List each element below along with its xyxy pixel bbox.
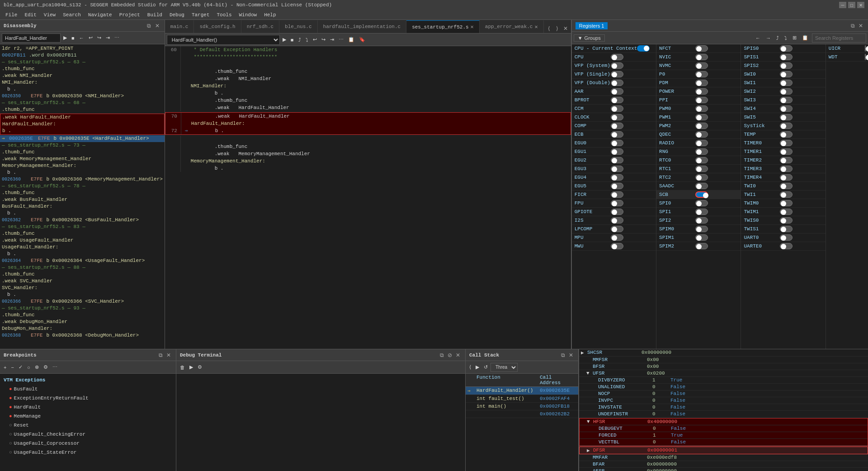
reg-item-uicr[interactable]: UICR: [826, 44, 868, 53]
reg-item-qdec[interactable]: QDEC: [656, 130, 741, 139]
reg-item-rng[interactable]: RNG: [656, 147, 741, 156]
cs-run-btn[interactable]: ▶: [474, 363, 481, 371]
pdm-toggle[interactable]: [695, 80, 708, 86]
disassembly-close-btn[interactable]: ✕: [154, 22, 161, 29]
rtc0-toggle[interactable]: [695, 157, 708, 163]
reg-item-swi1[interactable]: SWI1: [741, 79, 825, 87]
ccm-toggle[interactable]: [611, 105, 623, 112]
reg-item-pwm1[interactable]: PWM1: [656, 113, 741, 122]
reg-item-temp[interactable]: TEMP: [741, 130, 825, 139]
tab-main-c[interactable]: main.c: [165, 20, 194, 33]
swi5-toggle[interactable]: [780, 114, 793, 120]
menu-item-search[interactable]: Search: [59, 11, 85, 19]
disasm-more-btn[interactable]: ⋯: [113, 34, 121, 42]
rng-toggle[interactable]: [695, 148, 708, 155]
function-selector[interactable]: HardFault_Handler(): [167, 35, 280, 45]
p0-toggle[interactable]: [695, 71, 708, 77]
reg-item-gpiote[interactable]: GPIOTE: [572, 208, 656, 216]
reg-item-comp[interactable]: COMP: [572, 122, 656, 130]
menu-item-window[interactable]: Window: [236, 11, 261, 19]
bp-item-busfault[interactable]: ●BusFault: [2, 385, 174, 394]
reg-toolbar-btn4[interactable]: ⤵: [783, 34, 789, 42]
reg-item-mwu[interactable]: MWU: [572, 242, 656, 251]
reg-item-swi2[interactable]: SWI2: [741, 87, 825, 96]
reg-float-btn[interactable]: ⧉: [849, 22, 856, 29]
reg-item-nfct[interactable]: NFCT: [656, 44, 741, 53]
bp-item-memmanage[interactable]: ●MemManage: [2, 412, 174, 421]
wdt-toggle[interactable]: [865, 54, 866, 60]
tab-close-icon[interactable]: ✕: [471, 24, 474, 30]
lpcomp-toggle[interactable]: [611, 226, 623, 232]
reg-toolbar-btn1[interactable]: ←: [754, 34, 762, 42]
qdec-toggle[interactable]: [695, 131, 708, 138]
ficr-toggle[interactable]: [611, 191, 623, 198]
reg-item-vfp-single[interactable]: VFP (Single): [572, 70, 656, 79]
reg-item-swi3[interactable]: SWI3: [741, 96, 825, 105]
reg-item-twim0[interactable]: TWIM0: [741, 199, 825, 208]
vfp-single-toggle[interactable]: [611, 71, 623, 77]
cpu-current-toggle[interactable]: [637, 45, 650, 52]
reg-item-uarte0[interactable]: UARTE0: [741, 242, 825, 251]
tab-close-all[interactable]: ✕: [562, 25, 569, 32]
mwu-toggle[interactable]: [611, 243, 623, 249]
spis1-toggle[interactable]: [780, 54, 793, 60]
groups-button[interactable]: ▼ Groups: [574, 34, 605, 42]
power-toggle[interactable]: [695, 88, 708, 95]
tab-scroll-left[interactable]: ⟨: [546, 25, 553, 32]
reg-item-egu3[interactable]: EGU3: [572, 165, 656, 173]
swi0-toggle[interactable]: [780, 71, 793, 77]
systick-toggle[interactable]: [780, 123, 793, 129]
mpu-toggle[interactable]: [611, 234, 623, 241]
rtc2-toggle[interactable]: [695, 174, 708, 181]
menu-item-debug[interactable]: Debug: [166, 11, 188, 19]
swi3-toggle[interactable]: [780, 97, 793, 103]
bp-disable-btn[interactable]: ○: [25, 364, 32, 371]
dt-float-btn[interactable]: ⧉: [438, 352, 445, 359]
reg-item-vfp-sys[interactable]: VFP (System): [572, 62, 656, 70]
nvic-toggle[interactable]: [695, 54, 708, 60]
tab-ble-nus[interactable]: ble_nus.c: [279, 20, 317, 33]
reg-item-timer1[interactable]: TIMER1: [741, 147, 825, 156]
tab-sdk-config[interactable]: sdk_config.h: [194, 20, 241, 33]
menu-item-view[interactable]: View: [40, 11, 59, 19]
bp-item-exceptionentry[interactable]: ●ExceptionEntryReturnFault: [2, 394, 174, 403]
reg-item-ppi[interactable]: PPI: [656, 96, 741, 105]
saadc-toggle[interactable]: [695, 183, 708, 189]
cs-row-startup[interactable]: 0x000262B2: [466, 410, 578, 418]
reg-item-power[interactable]: POWER: [656, 87, 741, 96]
menu-item-project[interactable]: Project: [116, 11, 144, 19]
swi2-toggle[interactable]: [780, 88, 793, 95]
reg-item-spim2[interactable]: SPIM2: [656, 242, 741, 251]
scb-toggle[interactable]: [695, 191, 708, 198]
reg-item-swi4[interactable]: SWI4: [741, 105, 825, 113]
reg-item-egu1[interactable]: EGU1: [572, 147, 656, 156]
reg-item-nvmc[interactable]: NVMC: [656, 62, 741, 70]
minimize-button[interactable]: ─: [839, 2, 846, 8]
menu-item-target[interactable]: Target: [188, 11, 213, 19]
cs-row-fault-test[interactable]: int fault_test() 0x0002FAF4: [466, 395, 578, 403]
dt-settings-btn[interactable]: ⚙: [196, 363, 204, 371]
aar-toggle[interactable]: [611, 88, 623, 95]
vfp-sys-toggle[interactable]: [611, 62, 623, 69]
dt-close-btn[interactable]: ✕: [454, 352, 462, 359]
clock-toggle[interactable]: [611, 114, 623, 120]
reg-item-pdm[interactable]: PDM: [656, 79, 741, 87]
menu-item-help[interactable]: Help: [260, 11, 279, 19]
reg-item-fpu[interactable]: FPU: [572, 199, 656, 208]
twi1-toggle[interactable]: [780, 191, 793, 198]
reg-item-wdt[interactable]: WDT: [826, 53, 868, 62]
reg-item-radio[interactable]: RADIO: [656, 139, 741, 147]
reg-item-spi0[interactable]: SPI0: [656, 199, 741, 208]
spi0-toggle[interactable]: [695, 200, 708, 206]
editor-toolbar-btn7[interactable]: ⇥: [328, 36, 336, 43]
egu4-toggle[interactable]: [611, 174, 623, 181]
bp-item-hardfault[interactable]: ●HardFault: [2, 403, 174, 412]
spim1-toggle[interactable]: [695, 234, 708, 241]
reg-item-mpu[interactable]: MPU: [572, 233, 656, 242]
reg-item-egu0[interactable]: EGU0: [572, 139, 656, 147]
reg-item-uart0[interactable]: UART0: [741, 233, 825, 242]
reg-item-spi1[interactable]: SPI1: [656, 208, 741, 216]
reg-item-spim1[interactable]: SPIM1: [656, 233, 741, 242]
reg-item-timer0[interactable]: TIMER0: [741, 139, 825, 147]
reg-item-clock[interactable]: CLOCK: [572, 113, 656, 122]
